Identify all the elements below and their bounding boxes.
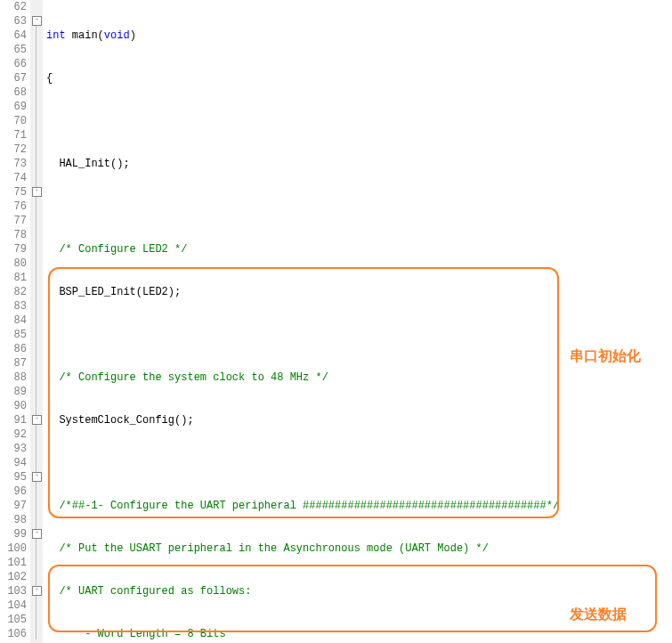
comment: /* UART configured as follows: [46,585,251,598]
line-number: 99 [0,527,27,541]
line-number: 75 [0,185,27,199]
line-number: 94 [0,456,27,470]
line-number: 90 [0,399,27,413]
line-number: 68 [0,85,27,100]
line-number: 83 [0,299,27,313]
comment: - Word Length = 8 Bits [46,628,226,640]
line-number: 76 [0,199,27,214]
line-number: 73 [0,157,27,171]
line-number-gutter: 62 63 64 65 66 67 68 69 70 71 72 73 74 7… [0,0,30,643]
line-number: 96 [0,484,27,499]
fold-column: - - - - - - [30,0,43,643]
line-number: 105 [0,613,27,627]
line-number: 79 [0,242,27,256]
line-number: 95 [0,470,27,484]
line-number: 80 [0,256,27,271]
line-number: 74 [0,171,27,185]
line-number: 67 [0,71,27,85]
line-number: 65 [0,43,27,57]
fold-toggle-icon[interactable]: - [32,586,42,596]
fold-toggle-icon[interactable]: - [32,529,42,539]
comment: /* Configure LED2 */ [46,243,187,256]
line-number: 98 [0,513,27,527]
code-text: SystemClock_Config(); [46,414,194,427]
line-number: 104 [0,598,27,613]
comment: /*##-1- Configure the UART peripheral ##… [46,500,559,512]
line-number: 69 [0,100,27,114]
comment: /* Put the USART peripheral in the Async… [46,542,489,555]
line-number: 89 [0,385,27,399]
line-number: 88 [0,370,27,385]
annotation-label-send-data: 发送数据 [570,607,627,622]
line-number: 93 [0,442,27,456]
line-number: 78 [0,228,27,242]
keyword: void [104,29,130,42]
line-number: 87 [0,356,27,370]
line-number: 81 [0,271,27,285]
brace: { [46,72,53,85]
line-number: 91 [0,413,27,427]
line-number: 66 [0,57,27,71]
code-editor: 62 63 64 65 66 67 68 69 70 71 72 73 74 7… [0,0,672,643]
code-text: ) [130,29,136,42]
line-number: 106 [0,627,27,641]
line-number: 71 [0,128,27,142]
line-number: 72 [0,142,27,157]
fold-line [36,16,36,639]
line-number: 100 [0,541,27,556]
fold-toggle-icon[interactable]: - [32,16,42,26]
keyword: int [46,29,66,42]
code-area[interactable]: int main(void) { HAL_Init(); /* Configur… [43,0,672,643]
line-number: 64 [0,28,27,43]
code-text: HAL_Init(); [46,158,130,170]
code-text: BSP_LED_Init(LED2); [46,286,181,298]
line-number: 77 [0,214,27,228]
line-number: 82 [0,285,27,299]
line-number: 92 [0,427,27,442]
fold-toggle-icon[interactable]: - [32,187,42,197]
line-number: 103 [0,584,27,598]
line-number: 101 [0,556,27,570]
line-number: 97 [0,499,27,513]
line-number: 86 [0,342,27,356]
line-number: 85 [0,328,27,342]
line-number: 63 [0,14,27,28]
line-number: 70 [0,114,27,128]
comment: /* Configure the system clock to 48 MHz … [46,371,328,384]
line-number: 102 [0,570,27,584]
annotation-label-serial-init: 串口初始化 [570,349,641,363]
fold-toggle-icon[interactable]: - [32,472,42,482]
fold-toggle-icon[interactable]: - [32,415,42,425]
line-number: 62 [0,0,27,14]
line-number: 84 [0,313,27,328]
code-text: main( [66,29,104,42]
